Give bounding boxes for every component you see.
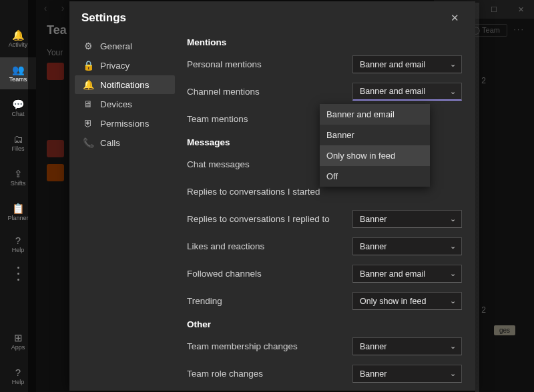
gear-icon: ⚙ [83, 41, 93, 51]
row-label: Followed channels [187, 269, 262, 279]
select-value: Banner and email [360, 87, 425, 96]
row-team-role: Team role changes Banner ⌄ [187, 365, 462, 383]
chevron-down-icon: ⌄ [450, 297, 456, 305]
select-value: Banner [360, 242, 386, 251]
rail-label: Teams [9, 76, 27, 83]
shifts-icon: ⇪ [14, 169, 23, 179]
row-channel-mentions: Channel mentions Banner and email ⌄ [187, 83, 462, 101]
section-mentions-title: Mentions [187, 37, 462, 47]
chevron-down-icon: ⌄ [450, 87, 456, 96]
chevron-down-icon: ⌄ [450, 269, 456, 278]
nav-general[interactable]: ⚙ General [75, 37, 175, 55]
select-team-role[interactable]: Banner ⌄ [352, 365, 462, 383]
select-followed-channels[interactable]: Banner and email ⌄ [352, 265, 462, 283]
settings-content: Mentions Personal mentions Banner and em… [178, 32, 475, 391]
dropdown-option[interactable]: Off [320, 166, 430, 187]
files-icon: 🗂 [13, 134, 23, 144]
row-label: Team role changes [187, 369, 263, 379]
teams-icon: 👥 [12, 65, 25, 75]
row-personal-mentions: Personal mentions Banner and email ⌄ [187, 55, 462, 73]
chevron-down-icon: ⌄ [450, 342, 456, 351]
rail-label: Shifts [11, 180, 26, 187]
nav-label: Devices [100, 99, 132, 109]
modal-header: Settings ✕ [69, 1, 475, 32]
nav-label: Privacy [100, 61, 129, 71]
modal-title: Settings [81, 11, 126, 25]
devices-icon: 🖥 [83, 99, 93, 109]
chevron-down-icon: ⌄ [450, 242, 456, 251]
row-label: Team mentions [187, 114, 248, 124]
rail-label: Help [12, 379, 25, 385]
planner-icon: 📋 [12, 203, 25, 213]
rail-label: Files [11, 145, 24, 152]
bell-icon: 🔔 [83, 79, 93, 90]
row-label: Replies to conversations I started [187, 187, 320, 197]
row-replies-replied: Replies to conversations I replied to Ba… [187, 210, 462, 228]
phone-icon: 📞 [83, 137, 93, 148]
row-label: Likes and reactions [187, 241, 264, 251]
select-trending[interactable]: Only show in feed ⌄ [352, 292, 462, 310]
rail-label: Activity [9, 41, 28, 48]
select-value: Only show in feed [360, 297, 426, 306]
help-icon: ? [15, 367, 21, 377]
nav-notifications[interactable]: 🔔 Notifications [75, 75, 175, 94]
row-label: Chat messages [187, 159, 250, 169]
apps-icon: ⊞ [14, 333, 23, 343]
row-label: Replies to conversations I replied to [187, 214, 330, 224]
section-other-title: Other [187, 319, 462, 329]
row-label: Channel mentions [187, 87, 260, 97]
select-team-membership[interactable]: Banner ⌄ [352, 337, 462, 355]
scrollbar[interactable] [475, 3, 479, 392]
dropdown-option[interactable]: Banner [320, 125, 430, 145]
select-likes-reactions[interactable]: Banner ⌄ [352, 237, 462, 255]
rail-label: Planner [7, 215, 28, 221]
dropdown-option[interactable]: Only show in feed [320, 145, 430, 166]
bell-icon: 🔔 [12, 30, 25, 40]
row-likes-reactions: Likes and reactions Banner ⌄ [187, 237, 462, 255]
row-label: Personal mentions [187, 59, 262, 69]
row-followed-channels: Followed channels Banner and email ⌄ [187, 265, 462, 283]
chat-icon: 💬 [12, 99, 25, 109]
row-label: Trending [187, 296, 222, 306]
select-replies-replied[interactable]: Banner ⌄ [352, 210, 462, 228]
lock-icon: 🔒 [83, 60, 93, 71]
select-value: Banner and email [360, 60, 425, 69]
select-value: Banner and email [360, 269, 425, 279]
nav-privacy[interactable]: 🔒 Privacy [75, 56, 175, 75]
nav-label: Calls [100, 138, 120, 148]
nav-label: Notifications [100, 80, 150, 90]
nav-permissions[interactable]: ⛨ Permissions [75, 114, 175, 133]
settings-modal: Settings ✕ ⚙ General 🔒 Privacy 🔔 Notific… [69, 1, 475, 391]
row-trending: Trending Only show in feed ⌄ [187, 292, 462, 310]
shield-icon: ⛨ [83, 118, 93, 129]
rail-label: Chat [11, 111, 24, 117]
select-value: Banner [360, 215, 386, 224]
row-team-membership: Team membership changes Banner ⌄ [187, 337, 462, 355]
nav-devices[interactable]: 🖥 Devices [75, 95, 175, 113]
nav-label: General [100, 41, 132, 51]
chevron-down-icon: ⌄ [450, 60, 456, 69]
rail-label: Apps [11, 344, 25, 351]
dropdown-option[interactable]: Banner and email [320, 104, 430, 125]
select-channel-mentions[interactable]: Banner and email ⌄ [352, 83, 462, 101]
modal-close-button[interactable]: ✕ [446, 9, 463, 27]
row-label: Team membership changes [187, 341, 298, 351]
nav-label: Permissions [100, 119, 150, 129]
select-value: Banner [360, 342, 386, 351]
chevron-down-icon: ⌄ [450, 369, 456, 378]
dropdown-channel-mentions: Banner and email Banner Only show in fee… [320, 104, 430, 187]
select-value: Banner [360, 369, 386, 379]
nav-calls[interactable]: 📞 Calls [75, 133, 175, 152]
rail-label: Help [12, 247, 25, 253]
help-icon: ? [15, 235, 21, 245]
select-personal-mentions[interactable]: Banner and email ⌄ [352, 55, 462, 73]
chevron-down-icon: ⌄ [450, 215, 456, 223]
settings-nav: ⚙ General 🔒 Privacy 🔔 Notifications 🖥 De… [72, 32, 178, 391]
